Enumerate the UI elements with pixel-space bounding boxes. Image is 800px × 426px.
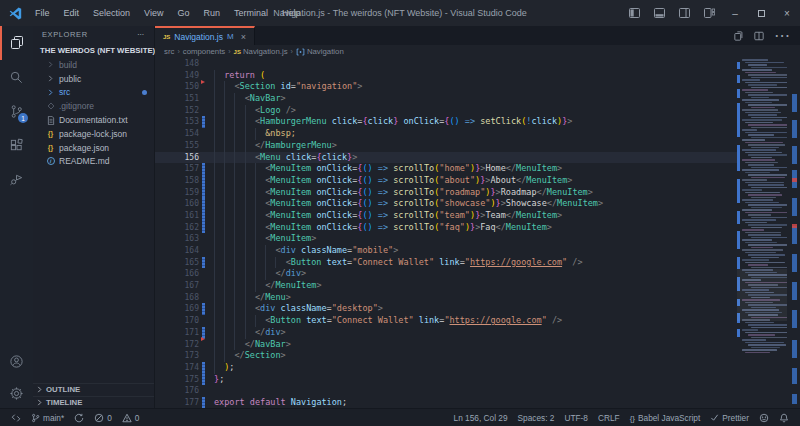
minimap-slider[interactable]	[737, 269, 787, 321]
minimize-button[interactable]: –	[722, 0, 748, 26]
code-line-175[interactable]: 175};	[155, 374, 740, 386]
code-line-149[interactable]: 149return (	[155, 70, 740, 82]
code-line-167[interactable]: 167</MenuItem>	[155, 280, 740, 292]
code-line-148[interactable]: 148	[155, 58, 740, 70]
code-line-150[interactable]: 150<Section id="navigation">	[155, 81, 740, 93]
menu-edit[interactable]: Edit	[57, 8, 87, 18]
sync-icon	[74, 413, 84, 423]
status-remote[interactable]	[6, 413, 26, 423]
open-changes-icon[interactable]	[734, 31, 744, 41]
code-line-168[interactable]: 168</Menu>	[155, 292, 740, 304]
status-0[interactable]: 0	[89, 413, 117, 423]
status-spaces-2[interactable]: Spaces: 2	[513, 413, 560, 423]
breadcrumb-item-components[interactable]: components	[183, 47, 225, 56]
account-icon[interactable]	[0, 344, 33, 378]
code-line-160[interactable]: 160<MenuItem onClick={() => scrollTo("sh…	[155, 198, 740, 210]
tab-close-icon[interactable]: ×	[241, 32, 246, 42]
code-line-151[interactable]: 151<NavBar>	[155, 93, 740, 105]
explorer-sidebar: EXPLORER ⋯ THE WEIRDOS (NFT WEBSITE) bui…	[33, 26, 155, 408]
gutter-indicator	[202, 339, 205, 351]
breadcrumb-item-navigation[interactable]: Navigation	[296, 47, 344, 56]
extensions-icon[interactable]	[0, 128, 33, 162]
gutter-indicator	[202, 303, 205, 315]
sidebar-item-public[interactable]: public	[33, 72, 154, 86]
breadcrumb-item-navigation-js[interactable]: JSNavigation.js	[234, 47, 288, 56]
minimap-row	[745, 352, 770, 354]
breadcrumb-separator: ›	[177, 48, 179, 55]
code-line-154[interactable]: 154&nbsp;	[155, 128, 740, 140]
menu-view[interactable]: View	[137, 8, 170, 18]
minimap-row	[742, 249, 783, 251]
split-editor-icon[interactable]	[754, 31, 764, 41]
minimap[interactable]	[741, 59, 787, 408]
menu-terminal[interactable]: Terminal	[227, 8, 275, 18]
code-line-159[interactable]: 159<MenuItem onClick={() => scrollTo("ro…	[155, 187, 740, 199]
panel-outline[interactable]: OUTLINE	[33, 383, 154, 396]
code-line-163[interactable]: 163<MenuItem>	[155, 233, 740, 245]
sidebar-item-package-lock-json[interactable]: {}package-lock.json	[33, 127, 154, 141]
code-line-156[interactable]: 156<Menu click={click}>	[155, 152, 740, 164]
menu-run[interactable]: Run	[196, 8, 227, 18]
code-line-172[interactable]: 172</NavBar>	[155, 339, 740, 351]
toggle-secondary-sidebar-icon[interactable]	[672, 8, 697, 18]
minimap-row	[748, 224, 792, 226]
close-button[interactable]: ×	[774, 0, 800, 26]
toggle-panel-icon[interactable]	[647, 8, 672, 18]
code-line-158[interactable]: 158<MenuItem onClick={() => scrollTo("ab…	[155, 175, 740, 187]
breadcrumb-item-src[interactable]: src	[164, 47, 174, 56]
status-ln-156-col-29[interactable]: Ln 156, Col 29	[449, 413, 513, 423]
search-icon[interactable]	[0, 60, 33, 94]
vscode-logo-icon	[9, 7, 22, 20]
code-editor[interactable]: 148149return (150<Section id="navigation…	[155, 58, 800, 408]
status-prettier[interactable]: Prettier	[705, 413, 754, 423]
code-line-152[interactable]: 152<Logo />	[155, 105, 740, 117]
status-main-[interactable]: main*	[26, 413, 69, 423]
code-line-173[interactable]: 173</Section>	[155, 350, 740, 362]
settings-gear-icon[interactable]	[0, 378, 33, 408]
status-utf-8[interactable]: UTF-8	[559, 413, 593, 423]
code-line-161[interactable]: 161<MenuItem onClick={() => scrollTo("te…	[155, 210, 740, 222]
minimap-row	[745, 232, 781, 234]
panel-timeline[interactable]: TIMELINE	[33, 396, 154, 409]
code-line-164[interactable]: 164<div className="mobile">	[155, 245, 740, 257]
restore-button[interactable]	[748, 0, 774, 26]
minimap-row	[748, 114, 777, 116]
sidebar-item-src[interactable]: src	[33, 86, 154, 100]
tab-navigation-js[interactable]: JS Navigation.js M ×	[155, 26, 255, 45]
toggle-sidebar-icon[interactable]	[622, 8, 647, 18]
source-control-icon[interactable]: 1	[0, 94, 33, 128]
code-line-176[interactable]: 176	[155, 385, 740, 397]
menu-file[interactable]: File	[28, 8, 57, 18]
code-line-157[interactable]: 157<MenuItem onClick={() => scrollTo("ho…	[155, 163, 740, 175]
code-line-171[interactable]: 171</div>	[155, 327, 740, 339]
status-feedback[interactable]	[754, 413, 774, 423]
status-babel-javascript[interactable]: {}Babel JavaScript	[625, 413, 706, 423]
status-crlf[interactable]: CRLF	[593, 413, 625, 423]
sidebar-item-documentation-txt[interactable]: Documentation.txt	[33, 113, 154, 127]
code-line-165[interactable]: 165<Button text="Connect Wallet" link="h…	[155, 257, 740, 269]
status-0[interactable]: 0	[117, 413, 145, 423]
code-line-155[interactable]: 155</HamburgerMenu>	[155, 140, 740, 152]
more-actions-icon[interactable]: ⋯	[774, 26, 790, 45]
code-line-170[interactable]: 170<Button text="Connect Wallet" link="h…	[155, 315, 740, 327]
sidebar-root-folder[interactable]: THE WEIRDOS (NFT WEBSITE)	[33, 43, 154, 58]
explorer-more-actions-icon[interactable]: ⋯	[137, 30, 145, 39]
customize-layout-icon[interactable]	[697, 8, 722, 18]
run-and-debug-icon[interactable]	[0, 162, 33, 196]
code-line-177[interactable]: 177export default Navigation;	[155, 397, 740, 408]
code-line-169[interactable]: 169<div className="desktop">	[155, 303, 740, 315]
sidebar-item-package-json[interactable]: {}package.json	[33, 141, 154, 155]
menu-go[interactable]: Go	[170, 8, 196, 18]
sidebar-item-build[interactable]: build	[33, 58, 154, 72]
explorer-icon[interactable]	[0, 26, 33, 60]
status-bell[interactable]	[774, 413, 794, 423]
code-line-174[interactable]: 174);	[155, 362, 740, 374]
sidebar-item-readme-md[interactable]: iREADME.md	[33, 155, 154, 169]
menu-selection[interactable]: Selection	[86, 8, 137, 18]
overview-ruler[interactable]	[787, 58, 800, 408]
status-sync[interactable]	[69, 413, 89, 423]
sidebar-item--gitignore[interactable]: .gitignore	[33, 99, 154, 113]
code-line-166[interactable]: 166</div>	[155, 268, 740, 280]
code-line-162[interactable]: 162<MenuItem onClick={() => scrollTo("fa…	[155, 222, 740, 234]
code-line-153[interactable]: 153<HamburgerMenu click={click} onClick=…	[155, 116, 740, 128]
